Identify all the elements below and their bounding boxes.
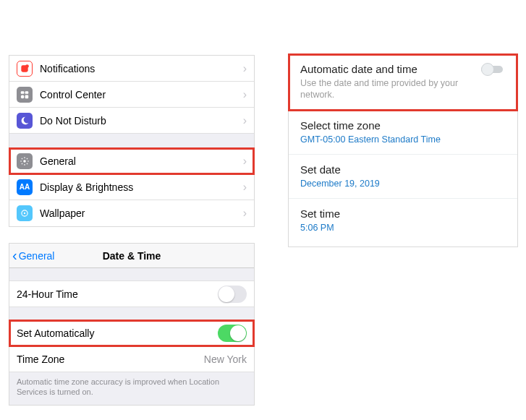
row-subtitle: Use the date and time provided by your n… <box>300 77 481 101</box>
row-label: Wallpaper <box>40 207 243 219</box>
section-gap <box>9 268 254 281</box>
chevron-right-icon: › <box>243 181 247 194</box>
settings-row-do-not-disturb[interactable]: Do Not Disturb › <box>9 108 254 134</box>
do-not-disturb-icon <box>17 113 33 129</box>
display-brightness-icon: AA <box>17 179 33 195</box>
settings-row-display-brightness[interactable]: AA Display & Brightness › <box>9 174 254 200</box>
svg-rect-5 <box>25 95 29 98</box>
row-set-automatically[interactable]: Set Automatically <box>9 320 254 346</box>
row-title: Select time zone <box>300 119 506 132</box>
settings-row-general[interactable]: General › <box>9 148 254 174</box>
chevron-right-icon: › <box>243 155 247 168</box>
row-label: General <box>40 155 243 167</box>
row-label: Do Not Disturb <box>40 115 243 127</box>
toggle-auto[interactable] <box>218 325 247 342</box>
row-time-zone[interactable]: Time Zone New York <box>9 346 254 372</box>
svg-point-1 <box>25 64 29 68</box>
row-title: Set time <box>300 207 506 220</box>
toggle-auto-date-time[interactable] <box>481 63 506 76</box>
notifications-icon <box>17 61 33 77</box>
row-label: 24-Hour Time <box>17 288 218 300</box>
svg-point-6 <box>23 160 26 163</box>
android-datetime-panel: Automatic date and time Use the date and… <box>288 53 518 247</box>
row-subtitle: December 19, 2019 <box>300 178 506 189</box>
row-label: Notifications <box>40 63 243 74</box>
chevron-right-icon: › <box>243 114 247 127</box>
row-title: Automatic date and time <box>300 63 481 75</box>
row-label: Control Center <box>40 89 243 100</box>
svg-rect-3 <box>25 91 29 93</box>
chevron-right-icon: › <box>243 88 247 101</box>
chevron-right-icon: › <box>243 207 247 220</box>
toggle-24-hour[interactable] <box>218 286 247 303</box>
nav-bar: ‹ General Date & Time <box>9 244 254 268</box>
control-center-icon <box>17 87 33 103</box>
row-title: Set date <box>300 163 506 176</box>
general-icon <box>17 153 33 169</box>
settings-row-wallpaper[interactable]: Wallpaper › <box>9 200 254 226</box>
svg-point-8 <box>24 213 25 214</box>
row-select-time-zone[interactable]: Select time zone GMT-05:00 Eastern Stand… <box>289 111 517 155</box>
row-label: Time Zone <box>17 353 204 365</box>
row-subtitle: GMT-05:00 Eastern Standard Time <box>300 134 506 145</box>
footnote-text: Automatic time zone accuracy is improved… <box>9 372 254 405</box>
ios-datetime-panel: ‹ General Date & Time 24-Hour Time Set A… <box>9 243 255 406</box>
row-subtitle: 5:06 PM <box>300 222 506 233</box>
back-label: General <box>19 250 55 262</box>
wallpaper-icon <box>17 205 33 221</box>
row-label: Set Automatically <box>17 327 218 339</box>
ios-settings-panel: Notifications › Control Center › Do Not … <box>9 55 255 227</box>
svg-point-4 <box>21 95 25 98</box>
row-label: Display & Brightness <box>40 181 243 193</box>
settings-row-notifications[interactable]: Notifications › <box>9 56 254 82</box>
chevron-left-icon: ‹ <box>12 247 17 264</box>
row-auto-date-time[interactable]: Automatic date and time Use the date and… <box>289 54 517 111</box>
section-gap <box>9 134 254 148</box>
svg-rect-2 <box>21 91 25 93</box>
section-gap <box>9 307 254 320</box>
time-zone-value: New York <box>204 353 247 365</box>
row-set-time[interactable]: Set time 5:06 PM <box>289 199 517 242</box>
row-set-date[interactable]: Set date December 19, 2019 <box>289 155 517 199</box>
settings-row-control-center[interactable]: Control Center › <box>9 82 254 108</box>
row-24-hour-time[interactable]: 24-Hour Time <box>9 281 254 307</box>
back-button[interactable]: ‹ General <box>9 247 54 264</box>
chevron-right-icon: › <box>243 62 247 75</box>
